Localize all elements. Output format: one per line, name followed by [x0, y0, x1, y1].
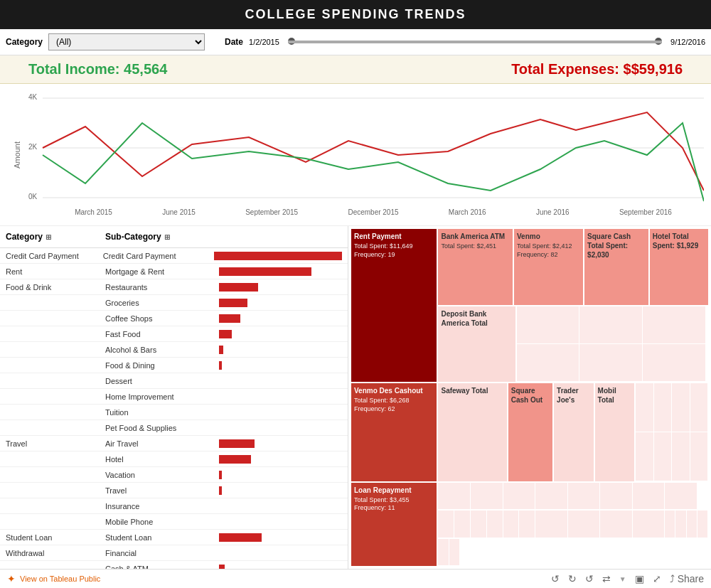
- treemap-micro-15: [535, 511, 567, 538]
- venmo-detail: Total Spent: $2,412Frequency: 82: [517, 242, 580, 259]
- cell-category-9: [0, 395, 100, 398]
- square-cash-title: Square Cash Total Spent: $2,030: [587, 232, 646, 260]
- cell-bar-16: [213, 505, 348, 508]
- table-row[interactable]: Credit Card Payment Credit Card Payment: [0, 248, 348, 264]
- cell-bar-12: [213, 438, 348, 449]
- table-row[interactable]: Travel: [0, 483, 348, 498]
- table-row[interactable]: Groceries: [0, 295, 348, 311]
- treemap-venmo: Venmo Total Spent: $2,412Frequency: 82: [514, 229, 583, 305]
- cell-bar-4: [213, 313, 348, 324]
- treemap-small-3: [643, 306, 705, 343]
- cell-bar-15: [213, 485, 348, 496]
- treemap-micro-11: [471, 511, 486, 538]
- cell-bar-1: [213, 266, 348, 277]
- treemap-micro-9: [438, 511, 454, 538]
- cell-subcategory-9: Home Improvement: [100, 391, 213, 402]
- table-row[interactable]: Vacation: [0, 467, 348, 483]
- share2-icon[interactable]: ⤴ Share: [670, 573, 704, 584]
- category-select[interactable]: (All): [48, 33, 205, 50]
- table-row[interactable]: Mobile Phone: [0, 514, 348, 530]
- undo2-icon[interactable]: ↺: [585, 573, 594, 584]
- table-row[interactable]: Pet Food & Supplies: [0, 420, 348, 436]
- table-row[interactable]: Home Improvement: [0, 389, 348, 405]
- treemap-tiny-1: [636, 383, 653, 432]
- col-header-subcategory: Sub-Category ⊞: [100, 229, 213, 245]
- cell-category-15: [0, 489, 100, 492]
- treemap-micro-6: [600, 483, 632, 510]
- table-row[interactable]: Alcohol & Bars: [0, 342, 348, 358]
- cell-bar-19: [213, 552, 348, 555]
- cell-bar-7: [213, 360, 348, 371]
- date-label: Date: [225, 37, 243, 47]
- treemap-small-4: [517, 344, 579, 381]
- cell-bar-14: [213, 469, 348, 481]
- treemap-small-6: [643, 344, 705, 381]
- bar-5: [219, 330, 232, 338]
- undo-icon[interactable]: ↺: [551, 573, 560, 584]
- expand-icon[interactable]: ⤢: [653, 573, 661, 584]
- bar-18: [219, 533, 262, 542]
- treemap-rent-payment: Rent Payment Total Spent: $11,649Frequen…: [351, 229, 437, 382]
- treemap-tiny-6: [654, 432, 671, 481]
- treemap-micro-13: [503, 511, 519, 538]
- total-income: Total Income: 45,564: [28, 61, 167, 77]
- cell-bar-18: [213, 532, 348, 543]
- treemap-mobil: Mobil Total: [595, 383, 635, 481]
- cell-category-8: [0, 380, 100, 383]
- treemap-venmo-cashout: Venmo Des Cashout Total Spent: $6,268Fre…: [351, 383, 437, 481]
- bar-0: [214, 252, 342, 260]
- cell-subcategory-7: Food & Dining: [100, 360, 213, 371]
- trader-joes-title: Trader Joe's: [557, 386, 591, 405]
- table-row[interactable]: Insurance: [0, 498, 348, 514]
- treemap-micro-2: [471, 483, 503, 510]
- treemap-micro-5: [568, 483, 600, 510]
- table-row[interactable]: Cash & ATM: [0, 561, 348, 569]
- table-row[interactable]: Student Loan Student Loan: [0, 530, 348, 545]
- x-label-7: September 2016: [619, 208, 672, 216]
- treemap-tiny-7: [672, 432, 689, 481]
- treemap-micro-3: [503, 483, 535, 510]
- treemap-micro-14: [519, 511, 535, 538]
- share-icon[interactable]: ▣: [635, 573, 644, 584]
- bar-4: [219, 314, 240, 323]
- redo2-icon[interactable]: ⇄: [602, 573, 611, 584]
- table-row[interactable]: Travel Air Travel: [0, 436, 348, 451]
- table-row[interactable]: Food & Dining: [0, 358, 348, 373]
- bank-america-title: Bank America ATM: [441, 232, 510, 241]
- table-row[interactable]: Hotel: [0, 451, 348, 467]
- table-row[interactable]: Coffee Shops: [0, 311, 348, 326]
- redo-icon[interactable]: ↻: [568, 573, 577, 584]
- footer-right: ↺ ↻ ↺ ⇄ ▼ ▣ ⤢ ⤴ Share: [551, 573, 704, 584]
- treemap-tiny-3: [672, 383, 689, 432]
- treemap-micro-24: [449, 539, 459, 566]
- tableau-link[interactable]: View on Tableau Public: [20, 574, 100, 583]
- cell-bar-11: [213, 427, 348, 429]
- treemap-micro-17: [600, 511, 632, 538]
- table-row[interactable]: Tuition: [0, 405, 348, 420]
- cell-subcategory-14: Vacation: [100, 469, 213, 481]
- date-slider[interactable]: [288, 41, 662, 43]
- bar-6: [219, 346, 223, 354]
- cell-category-10: [0, 411, 100, 414]
- footer: ✦ View on Tableau Public ↺ ↻ ↺ ⇄ ▼ ▣ ⤢ ⤴…: [0, 569, 711, 588]
- cell-subcategory-13: Hotel: [100, 454, 213, 465]
- treemap-micro-20: [675, 511, 685, 538]
- table-row[interactable]: Food & Drink Restaurants: [0, 279, 348, 295]
- cell-category-13: [0, 458, 100, 461]
- treemap-small-2: [579, 306, 642, 343]
- treemap-square-cashout: Square Cash Out: [508, 383, 552, 481]
- table-row[interactable]: Withdrawal Financial: [0, 545, 348, 561]
- table-row[interactable]: Dessert: [0, 373, 348, 389]
- cell-category-2: Food & Drink: [0, 282, 100, 293]
- category-filter-icon[interactable]: ⊞: [46, 233, 51, 241]
- rent-payment-detail: Total Spent: $11,649Frequency: 19: [354, 242, 434, 259]
- cell-bar-10: [213, 411, 348, 414]
- table-row[interactable]: Fast Food: [0, 326, 348, 342]
- summary-bar: Total Income: 45,564 Total Expenses: $$5…: [0, 55, 711, 84]
- col-header-category: Category ⊞: [0, 229, 100, 245]
- subcategory-filter-icon[interactable]: ⊞: [164, 233, 170, 241]
- x-axis-labels: March 2015 June 2015 September 2015 Dece…: [28, 207, 704, 219]
- treemap-small-1: [517, 306, 579, 343]
- treemap-tiny-4: [690, 383, 707, 432]
- table-row[interactable]: Rent Mortgage & Rent: [0, 264, 348, 279]
